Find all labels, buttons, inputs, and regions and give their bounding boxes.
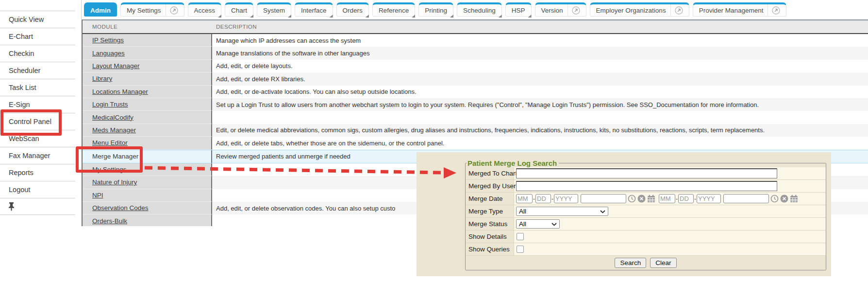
merge-type-row: Merge Type All [466,205,826,218]
description-text: Add, edit, or delete tabs, whether those… [216,140,444,147]
date-to-time-input[interactable] [723,194,769,203]
sidebar-item-quick-view[interactable]: Quick View [0,11,75,28]
submenu-corner-icon [412,15,415,18]
module-link-library[interactable]: Library [92,75,112,82]
tab-access[interactable]: Access [188,2,222,17]
show-details-checkbox[interactable] [517,233,524,240]
date-to-month-input[interactable] [659,194,675,203]
date-from-month-input[interactable] [516,194,533,203]
merge-status-row: Merge Status All [466,218,826,231]
merge-status-select[interactable]: All [516,219,560,229]
module-cell: Nature of Injury [83,176,212,189]
description-cell: Add, edit, or delete layouts. [212,60,868,72]
tab-employer-organizations[interactable]: Employer Organizations [590,2,689,17]
module-link-layout-manager[interactable]: Layout Manager [92,62,140,70]
tab-my-settings[interactable]: My Settings [120,2,184,17]
tab-hsp[interactable]: HSP [505,2,532,17]
date-from-day-input[interactable] [535,194,551,203]
module-link-menu-editor[interactable]: Menu Editor [92,139,128,146]
tab-label: Admin [90,7,111,14]
clear-button[interactable]: Clear [650,258,676,268]
external-link-icon[interactable] [768,4,780,16]
tab-label: Reference [379,7,409,14]
sidebar-item-reports[interactable]: Reports [0,164,75,181]
description-text: Manage which IP addresses can access the… [216,37,361,44]
merged-to-chart-input[interactable] [516,168,777,178]
show-details-label: Show Details [466,231,514,243]
module-link-ip-settings[interactable]: IP Settings [92,36,124,44]
search-button[interactable]: Search [615,258,646,268]
sidebar-item-task-list[interactable]: Task List [0,79,75,96]
external-link-icon[interactable] [166,4,178,16]
sidebar-item-checkin[interactable]: Checkin [0,45,75,62]
module-link-orders-bulk[interactable]: Orders-Bulk [92,217,127,225]
module-link-meds-manager[interactable]: Meds Manager [92,126,136,134]
table-row-login-trusts: Login TrustsSet up a Login Trust to allo… [83,98,868,111]
show-queries-checkbox[interactable] [517,246,524,253]
merge-date-row: Merge Date - - [466,193,826,205]
external-link-icon[interactable] [670,4,683,16]
module-link-languages[interactable]: Languages [92,50,125,57]
tab-scheduling[interactable]: Scheduling [457,2,502,17]
date-from-year-input[interactable] [554,194,578,203]
module-cell: Meds Manager [83,124,212,137]
description-text: Manage translations of the software in o… [216,50,370,57]
tab-admin[interactable]: Admin [84,2,117,17]
clock-icon[interactable] [770,195,779,203]
description-cell: Add, edit, or de-activate locations. You… [212,86,868,98]
tab-label: Interface [301,7,327,14]
sidebar-item-e-chart[interactable]: E-Chart [0,28,75,45]
table-row-layout-manager: Layout ManagerAdd, edit, or delete layou… [83,60,868,72]
tab-system[interactable]: System [257,2,291,17]
sidebar-item-fax-manager[interactable]: Fax Manager [0,147,75,164]
calendar-icon[interactable] [647,195,655,203]
tab-label: Provider Management [699,7,764,14]
submenu-corner-icon [528,15,532,18]
tab-chart[interactable]: Chart [225,2,253,17]
merged-to-chart-row: Merged To Chart [466,167,826,180]
description-cell [212,111,868,124]
calendar-icon[interactable] [790,195,798,203]
merge-type-select[interactable]: All [516,207,608,216]
module-link-observation-codes[interactable]: Observation Codes [92,204,149,212]
chevron-down-icon [600,208,605,215]
content-left-edge [81,0,82,19]
module-link-npi[interactable]: NPI [92,192,103,199]
circle-x-icon[interactable] [637,195,646,203]
merged-by-user-row: Merged By User [466,180,826,193]
module-link-locations-manager[interactable]: Locations Manager [92,88,148,95]
circle-x-icon[interactable] [780,195,788,203]
table-header-row: MODULE DESCRIPTION [83,20,868,34]
tab-label: Scheduling [463,7,496,14]
merge-type-selected-value: All [519,208,526,215]
sidebar-item-logout[interactable]: Logout [0,181,75,198]
module-link-medicalcodify[interactable]: MedicalCodify [92,114,134,121]
merged-by-user-input[interactable] [516,181,777,191]
tab-version[interactable]: Version [535,2,586,17]
date-separator: - [551,195,553,202]
date-to-day-input[interactable] [678,194,694,203]
sidebar-item-scheduler[interactable]: Scheduler [0,62,75,79]
date-from-time-input[interactable] [581,194,626,203]
module-link-login-trusts[interactable]: Login Trusts [92,101,128,108]
column-header-module: MODULE [83,24,212,30]
chevron-down-icon [551,220,557,228]
tab-reference[interactable]: Reference [372,2,415,17]
external-link-icon[interactable] [568,4,580,16]
description-cell: Edit, or delete medical abbreviations, c… [212,124,868,137]
table-row-ip-settings: IP SettingsManage which IP addresses can… [83,34,868,47]
sidebar-pin-row[interactable] [0,198,75,215]
description-cell: Manage translations of the software in o… [212,47,868,59]
clock-icon[interactable] [628,195,636,203]
tab-label: Orders [343,7,363,14]
merge-date-from-group: - - [516,194,655,203]
description-text: Add, edit, or delete RX libraries. [216,75,305,83]
tab-provider-management[interactable]: Provider Management [693,2,787,17]
merge-log-search-fieldset: Patient Merge Log Search Merged To Chart… [465,159,826,270]
module-link-nature-of-injury[interactable]: Nature of Injury [92,178,137,186]
date-to-year-input[interactable] [697,194,721,203]
tab-orders[interactable]: Orders [336,2,369,17]
tab-interface[interactable]: Interface [295,2,333,17]
show-queries-row: Show Queries [466,243,826,256]
tab-printing[interactable]: Printing [418,2,453,17]
